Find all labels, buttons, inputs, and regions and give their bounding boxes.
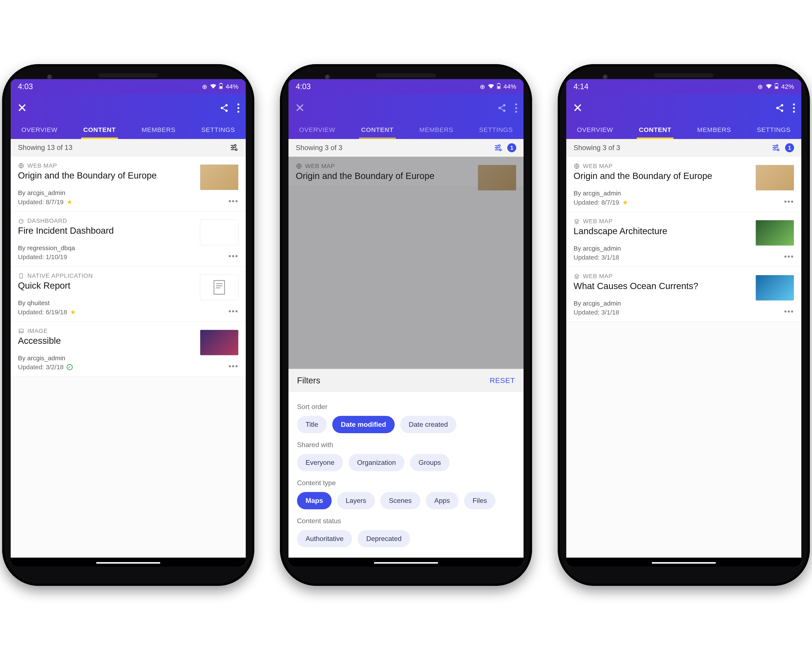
tab-content[interactable]: CONTENT bbox=[357, 121, 398, 139]
item-more-icon[interactable]: ••• bbox=[229, 307, 238, 316]
vibrate-icon: ⊕ bbox=[757, 83, 763, 90]
svg-rect-20 bbox=[775, 86, 778, 88]
svg-point-14 bbox=[499, 145, 500, 147]
item-updated: Updated: 3/1/18 bbox=[574, 254, 619, 261]
list-item[interactable]: WEB MAP Origin and the Boundary of Europ… bbox=[11, 156, 246, 211]
content-list[interactable]: WEB MAP Origin and the Boundary of Europ… bbox=[11, 156, 246, 567]
earpiece bbox=[98, 73, 158, 78]
more-icon[interactable] bbox=[237, 104, 239, 113]
android-nav-bar bbox=[566, 558, 801, 567]
android-nav-bar bbox=[11, 558, 246, 567]
chip-apps[interactable]: Apps bbox=[426, 492, 459, 509]
share-icon[interactable] bbox=[775, 103, 785, 113]
filter-icon[interactable] bbox=[494, 144, 502, 152]
tab-content[interactable]: CONTENT bbox=[79, 121, 120, 139]
filter-icon[interactable] bbox=[772, 144, 780, 152]
tab-members[interactable]: MEMBERS bbox=[137, 121, 180, 139]
tab-settings[interactable]: SETTINGS bbox=[197, 121, 239, 139]
chip-layers[interactable]: Layers bbox=[337, 492, 375, 509]
item-type: WEB MAP bbox=[583, 218, 613, 225]
chip-date-modified[interactable]: Date modified bbox=[332, 416, 395, 433]
list-item[interactable]: IMAGE Accessible By arcgis_admin Updated… bbox=[11, 321, 246, 376]
star-icon: ★ bbox=[70, 308, 76, 316]
close-button[interactable]: ✕ bbox=[295, 102, 305, 114]
share-icon[interactable] bbox=[220, 103, 229, 113]
item-more-icon[interactable]: ••• bbox=[784, 307, 794, 316]
screen: 4:03 ⊕ 44% ✕ OVERVIEW CONTENT MEMBERS SE… bbox=[288, 79, 524, 567]
android-status-bar: 4:14 ⊕ 42% bbox=[566, 79, 801, 94]
list-item[interactable]: WEB MAP Landscape Architecture By arcgis… bbox=[566, 212, 801, 267]
list-item[interactable]: WEB MAP Origin and the Boundary of Europ… bbox=[566, 157, 801, 212]
item-updated: Updated: 8/7/19 bbox=[18, 199, 64, 206]
item-more-icon[interactable]: ••• bbox=[229, 197, 238, 206]
phone-icon bbox=[18, 272, 24, 279]
battery-percent: 44% bbox=[226, 83, 238, 90]
earpiece bbox=[376, 73, 436, 78]
tab-content[interactable]: CONTENT bbox=[635, 121, 676, 139]
list-item[interactable]: WEB MAP What Causes Ocean Currents? By a… bbox=[566, 267, 801, 322]
app-header: ✕ OVERVIEW CONTENT MEMBERS SETTINGS bbox=[566, 94, 801, 139]
item-type: IMAGE bbox=[27, 327, 48, 334]
item-more-icon[interactable]: ••• bbox=[229, 362, 238, 371]
chip-scenes[interactable]: Scenes bbox=[380, 492, 420, 509]
tab-settings[interactable]: SETTINGS bbox=[752, 121, 795, 139]
vibrate-icon: ⊕ bbox=[202, 83, 207, 90]
list-subbar: Showing 3 of 3 1 bbox=[566, 139, 801, 157]
battery-percent: 42% bbox=[781, 83, 794, 90]
status-time: 4:14 bbox=[574, 82, 589, 91]
close-button[interactable]: ✕ bbox=[573, 102, 583, 114]
svg-point-21 bbox=[776, 145, 778, 147]
share-icon[interactable] bbox=[497, 103, 507, 113]
chip-maps[interactable]: Maps bbox=[297, 492, 332, 509]
list-item[interactable]: NATIVE APPLICATION Quick Report By qhuit… bbox=[11, 266, 246, 321]
chip-authoritative[interactable]: Authoritative bbox=[297, 530, 352, 548]
reset-button[interactable]: RESET bbox=[490, 376, 515, 385]
wifi-icon bbox=[766, 83, 772, 90]
chip-everyone[interactable]: Everyone bbox=[297, 454, 343, 471]
tab-bar: OVERVIEW CONTENT MEMBERS SETTINGS bbox=[17, 121, 239, 139]
section-content-status: Content status bbox=[297, 517, 515, 525]
showing-count: Showing 3 of 3 bbox=[296, 144, 342, 152]
tab-settings[interactable]: SETTINGS bbox=[475, 121, 517, 139]
tab-overview[interactable]: OVERVIEW bbox=[17, 121, 62, 139]
item-title: Landscape Architecture bbox=[574, 226, 732, 236]
list-item[interactable]: DASHBOARD Fire Incident Dashboard By reg… bbox=[11, 211, 246, 266]
close-button[interactable]: ✕ bbox=[17, 102, 27, 114]
chip-deprecated[interactable]: Deprecated bbox=[358, 530, 410, 548]
item-title: Quick Report bbox=[18, 280, 176, 291]
device-frame-1: 4:03 ⊕ 44% ✕ OVERVIEW CONTENT MEMBERS SE… bbox=[2, 64, 254, 586]
list-subbar: Showing 3 of 3 1 bbox=[288, 139, 524, 157]
tab-overview[interactable]: OVERVIEW bbox=[295, 121, 340, 139]
tab-members[interactable]: MEMBERS bbox=[693, 121, 736, 139]
item-thumbnail bbox=[200, 220, 238, 245]
screen: 4:03 ⊕ 44% ✕ OVERVIEW CONTENT MEMBERS SE… bbox=[11, 79, 246, 567]
item-title: Fire Incident Dashboard bbox=[18, 226, 176, 236]
tab-overview[interactable]: OVERVIEW bbox=[573, 121, 617, 139]
chip-organization[interactable]: Organization bbox=[348, 454, 404, 471]
chip-files[interactable]: Files bbox=[464, 492, 496, 509]
chip-groups[interactable]: Groups bbox=[410, 454, 450, 471]
tab-members[interactable]: MEMBERS bbox=[415, 121, 458, 139]
item-more-icon[interactable]: ••• bbox=[784, 252, 794, 261]
chip-date-created[interactable]: Date created bbox=[400, 416, 456, 433]
svg-point-5 bbox=[235, 149, 237, 150]
globe-icon bbox=[574, 163, 580, 169]
status-icons: ⊕ 44% bbox=[202, 83, 238, 90]
item-thumbnail bbox=[200, 275, 238, 300]
item-title: Origin and the Boundary of Europe bbox=[574, 171, 732, 181]
item-thumbnail bbox=[200, 330, 238, 355]
svg-point-23 bbox=[777, 149, 779, 151]
item-more-icon[interactable]: ••• bbox=[229, 252, 238, 261]
android-nav-bar bbox=[288, 558, 524, 567]
more-icon[interactable] bbox=[515, 104, 517, 113]
svg-rect-1 bbox=[220, 83, 221, 84]
item-author: By arcgis_admin bbox=[18, 355, 238, 362]
more-icon[interactable] bbox=[793, 104, 795, 113]
screen: 4:14 ⊕ 42% ✕ OVERVIEW CONTENT MEMBERS SE… bbox=[566, 79, 801, 567]
item-type: DASHBOARD bbox=[27, 217, 67, 224]
showing-count: Showing 13 of 13 bbox=[18, 144, 72, 151]
filter-icon[interactable] bbox=[230, 143, 238, 152]
chip-title[interactable]: Title bbox=[297, 416, 327, 433]
item-more-icon[interactable]: ••• bbox=[784, 197, 794, 206]
filter-badge: 1 bbox=[785, 143, 794, 152]
